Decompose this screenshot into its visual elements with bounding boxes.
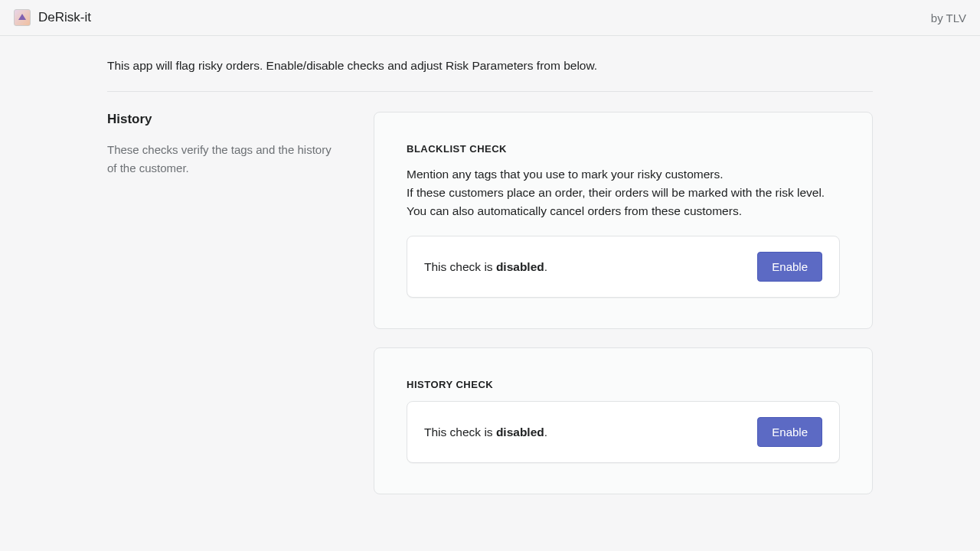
app-title: DeRisk-it bbox=[38, 10, 91, 25]
enable-button[interactable]: Enable bbox=[757, 417, 822, 447]
sidebar-description: These checks verify the tags and the his… bbox=[107, 141, 337, 178]
header-left: DeRisk-it bbox=[14, 9, 91, 26]
history-check-card: HISTORY CHECK This check is disabled. En… bbox=[374, 347, 873, 494]
main-layout: History These checks verify the tags and… bbox=[107, 112, 873, 494]
sidebar-title: History bbox=[107, 112, 337, 127]
status-prefix: This check is bbox=[424, 260, 496, 273]
status-state: disabled bbox=[496, 260, 544, 273]
status-text: This check is disabled. bbox=[424, 425, 547, 439]
status-suffix: . bbox=[544, 425, 547, 439]
status-text: This check is disabled. bbox=[424, 260, 547, 274]
status-state: disabled bbox=[496, 425, 544, 439]
blacklist-check-card: BLACKLIST CHECK Mention any tags that yo… bbox=[374, 112, 873, 329]
card-title: HISTORY CHECK bbox=[407, 379, 840, 390]
header-byline: by TLV bbox=[931, 11, 966, 24]
header: DeRisk-it by TLV bbox=[0, 0, 980, 36]
intro-text: This app will flag risky orders. Enable/… bbox=[107, 59, 873, 92]
sidebar: History These checks verify the tags and… bbox=[107, 112, 337, 494]
status-prefix: This check is bbox=[424, 425, 496, 439]
app-icon bbox=[14, 9, 31, 26]
card-title: BLACKLIST CHECK bbox=[407, 143, 840, 155]
enable-button[interactable]: Enable bbox=[757, 252, 822, 282]
card-description: Mention any tags that you use to mark yo… bbox=[407, 165, 840, 220]
content: This app will flag risky orders. Enable/… bbox=[107, 36, 873, 517]
status-suffix: . bbox=[544, 260, 547, 273]
cards-container: BLACKLIST CHECK Mention any tags that yo… bbox=[374, 112, 873, 494]
status-box: This check is disabled. Enable bbox=[407, 236, 840, 298]
status-box: This check is disabled. Enable bbox=[407, 401, 840, 463]
